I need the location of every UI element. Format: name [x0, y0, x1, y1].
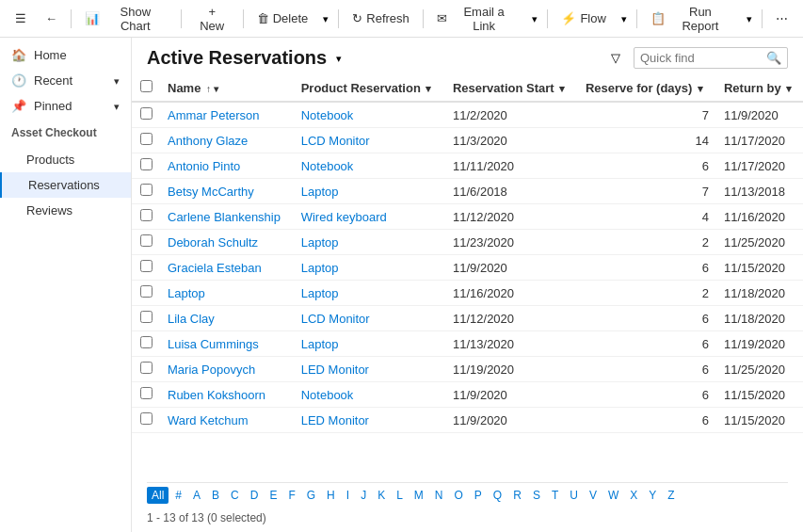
row-checkbox[interactable] — [140, 412, 153, 425]
row-checkbox-cell[interactable] — [132, 255, 160, 281]
delete-button[interactable]: 🗑 Delete — [249, 8, 316, 29]
row-checkbox-cell[interactable] — [132, 153, 160, 179]
name-link[interactable]: Laptop — [168, 286, 205, 300]
name-link[interactable]: Maria Popovych — [168, 363, 255, 377]
alpha-btn-a[interactable]: A — [188, 487, 205, 504]
title-dropdown-button[interactable] — [332, 47, 345, 69]
row-checkbox-cell[interactable] — [132, 382, 160, 408]
name-link[interactable]: Luisa Cummings — [168, 337, 259, 351]
row-checkbox-cell[interactable] — [132, 230, 160, 255]
col-days[interactable]: Reserve for (days) — [578, 74, 716, 102]
report-dropdown-button[interactable] — [743, 8, 756, 29]
name-link[interactable]: Anthony Glaze — [168, 134, 248, 148]
sidebar-item-pinned[interactable]: 📌 Pinned — [0, 93, 131, 119]
alpha-btn-d[interactable]: D — [246, 487, 264, 504]
row-checkbox[interactable] — [140, 133, 153, 145]
alpha-btn-i[interactable]: I — [342, 487, 354, 504]
name-link[interactable]: Lila Clay — [168, 312, 215, 326]
product-link[interactable]: Notebook — [301, 159, 354, 173]
row-checkbox[interactable] — [140, 184, 153, 196]
refresh-button[interactable]: ↻ Refresh — [345, 8, 417, 29]
alpha-btn-m[interactable]: M — [410, 487, 428, 504]
email-dropdown-button[interactable] — [528, 8, 541, 29]
name-link[interactable]: Ruben Kokshoorn — [168, 388, 265, 402]
alpha-btn-p[interactable]: P — [470, 487, 487, 504]
alpha-btn-c[interactable]: C — [226, 487, 244, 504]
product-link[interactable]: Laptop — [301, 235, 339, 250]
alpha-btn-x[interactable]: X — [625, 487, 642, 504]
flow-button[interactable]: ⚡ Flow — [554, 8, 613, 29]
product-link[interactable]: LED Monitor — [301, 363, 369, 377]
alpha-btn-s[interactable]: S — [528, 487, 545, 504]
alpha-btn-g[interactable]: G — [302, 487, 320, 504]
select-all-checkbox[interactable] — [140, 80, 153, 92]
row-checkbox-cell[interactable] — [132, 306, 160, 331]
sidebar-item-home[interactable]: 🏠 Home — [0, 41, 131, 68]
col-start[interactable]: Reservation Start — [445, 74, 578, 102]
row-checkbox-cell[interactable] — [132, 204, 160, 230]
name-link[interactable]: Carlene Blankenship — [168, 210, 281, 224]
name-link[interactable]: Deborah Schultz — [168, 235, 258, 250]
col-product[interactable]: Product Reservation — [294, 74, 445, 102]
flow-dropdown-button[interactable] — [618, 8, 631, 29]
row-checkbox[interactable] — [140, 158, 153, 170]
alpha-btn-v[interactable]: V — [585, 487, 602, 504]
alpha-btn-y[interactable]: Y — [644, 487, 661, 504]
row-checkbox-cell[interactable] — [132, 357, 160, 382]
alpha-btn-t[interactable]: T — [547, 487, 563, 504]
alpha-btn-w[interactable]: W — [603, 487, 623, 504]
row-checkbox-cell[interactable] — [132, 179, 160, 204]
row-checkbox[interactable] — [140, 285, 153, 298]
product-link[interactable]: Wired keyboard — [301, 210, 387, 224]
alpha-btn-z[interactable]: Z — [663, 487, 679, 504]
alpha-btn-j[interactable]: J — [356, 487, 371, 504]
alpha-btn-u[interactable]: U — [565, 487, 583, 504]
search-input[interactable] — [640, 51, 763, 65]
alpha-btn-f[interactable]: F — [283, 487, 299, 504]
row-checkbox[interactable] — [140, 234, 153, 247]
row-checkbox-cell[interactable] — [132, 281, 160, 306]
row-checkbox-cell[interactable] — [132, 408, 160, 433]
back-button[interactable]: ← — [38, 8, 65, 29]
email-link-button[interactable]: ✉ Email a Link — [429, 1, 525, 37]
row-checkbox-cell[interactable] — [132, 331, 160, 357]
alpha-btn-#[interactable]: # — [170, 487, 186, 504]
run-report-button[interactable]: 📋 Run Report — [643, 1, 739, 37]
row-checkbox[interactable] — [140, 387, 153, 399]
product-link[interactable]: LCD Monitor — [301, 134, 370, 148]
name-link[interactable]: Ammar Peterson — [168, 108, 260, 122]
col-name[interactable]: Name ↑ ▾ — [160, 74, 294, 102]
col-return[interactable]: Return by — [716, 74, 803, 102]
product-link[interactable]: Notebook — [301, 388, 354, 402]
alpha-btn-q[interactable]: Q — [489, 487, 506, 504]
row-checkbox[interactable] — [140, 209, 153, 221]
row-checkbox-cell[interactable] — [132, 102, 160, 128]
more-button[interactable]: ⋯ — [768, 8, 795, 29]
row-checkbox[interactable] — [140, 107, 153, 120]
row-checkbox[interactable] — [140, 362, 153, 374]
alpha-btn-n[interactable]: N — [430, 487, 448, 504]
alpha-btn-o[interactable]: O — [450, 487, 468, 504]
product-link[interactable]: Laptop — [301, 286, 339, 300]
show-chart-button[interactable]: 📊 Show Chart — [77, 1, 175, 37]
delete-dropdown-button[interactable] — [319, 8, 332, 29]
row-checkbox[interactable] — [140, 260, 153, 272]
alpha-btn-all[interactable]: All — [147, 487, 169, 504]
hamburger-button[interactable]: ☰ — [8, 8, 34, 29]
alpha-btn-b[interactable]: B — [207, 487, 224, 504]
new-button[interactable]: + New — [187, 1, 237, 37]
name-link[interactable]: Ward Ketchum — [168, 413, 249, 427]
row-checkbox[interactable] — [140, 336, 153, 348]
alpha-btn-k[interactable]: K — [373, 487, 390, 504]
product-link[interactable]: Laptop — [301, 185, 339, 199]
col-checkbox[interactable] — [132, 74, 160, 102]
sidebar-item-reservations[interactable]: Reservations — [0, 172, 131, 198]
alpha-btn-l[interactable]: L — [392, 487, 408, 504]
filter-button[interactable]: ▽ — [605, 47, 626, 69]
alpha-btn-r[interactable]: R — [508, 487, 526, 504]
product-link[interactable]: Laptop — [301, 261, 339, 275]
product-link[interactable]: Laptop — [301, 337, 339, 351]
row-checkbox[interactable] — [140, 311, 153, 323]
product-link[interactable]: LCD Monitor — [301, 312, 370, 326]
row-checkbox-cell[interactable] — [132, 128, 160, 153]
